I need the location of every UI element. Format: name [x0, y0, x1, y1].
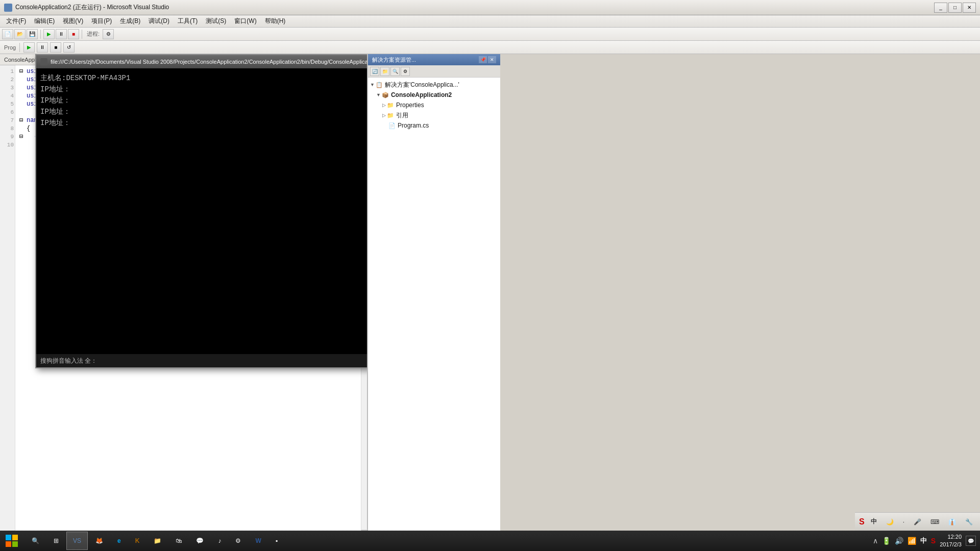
sol-btn-3[interactable]: 🔍	[390, 67, 400, 76]
tray-sogou[interactable]: S	[931, 537, 936, 545]
solution-pin-button[interactable]: 📌	[479, 56, 487, 63]
ime-settings-btn[interactable]: 👔	[945, 517, 959, 527]
debug-sep	[19, 43, 20, 52]
code-panel: ConsoleApplication2 1 2 3 4 5 6 7 8 9 10…	[0, 54, 368, 536]
ime-dot-btn[interactable]: ·	[900, 517, 908, 527]
console-title-text: file:///C:/Users/zjh/Documents/Visual St…	[51, 59, 368, 65]
debug-pause[interactable]: ⏸	[37, 42, 48, 53]
solution-close-button[interactable]: ✕	[488, 56, 496, 63]
ime-moon-btn[interactable]: 🌙	[883, 517, 897, 527]
toolbar-save[interactable]: 💾	[27, 29, 38, 39]
sol-btn-2[interactable]: 📁	[380, 67, 389, 76]
console-line-ip1: IP地址：	[40, 84, 368, 95]
debug-stop[interactable]: ■	[50, 42, 61, 53]
vs-taskbar-icon: VS	[73, 537, 81, 544]
title-bar-controls: _ □ ✕	[934, 3, 976, 13]
menu-debug[interactable]: 调试(D)	[144, 16, 174, 27]
solution-explorer-header: 解决方案资源管... 📌 ✕	[368, 54, 500, 65]
tray-wifi[interactable]: 📶	[908, 537, 916, 545]
taskbar-vs[interactable]: VS	[66, 532, 88, 550]
console-window-icon	[40, 58, 47, 65]
menu-test[interactable]: 测试(S)	[202, 16, 230, 27]
main-toolbar: 📄 📂 💾 ▶ ⏸ ■ 进程: ⚙	[0, 28, 980, 41]
tray-arrow[interactable]: ∧	[873, 537, 878, 545]
taskbar-taskview[interactable]: ⊞	[47, 532, 65, 550]
tree-project[interactable]: ▼ 📦 ConsoleApplication2	[370, 90, 498, 100]
ime-label: 搜狗拼音输入法 全：	[40, 357, 97, 365]
references-expand-icon: ▷	[382, 111, 386, 120]
menu-file[interactable]: 文件(F)	[2, 16, 30, 27]
tray-time-value: 12:20	[940, 533, 962, 541]
console-title-left: file:///C:/Users/zjh/Documents/Visual St…	[40, 58, 368, 65]
win-sq-2	[12, 535, 18, 540]
close-button[interactable]: ✕	[963, 3, 976, 13]
toolbar-open[interactable]: 📂	[14, 29, 26, 39]
line-indicator-3	[19, 84, 27, 92]
main-area: ConsoleApplication2 1 2 3 4 5 6 7 8 9 10…	[0, 54, 980, 536]
sol-btn-4[interactable]: ⚙	[401, 67, 410, 76]
win-sq-4	[12, 541, 18, 547]
notification-center[interactable]: 💬	[966, 536, 976, 546]
tray-battery[interactable]: 🔋	[882, 537, 891, 545]
taskbar-wechat[interactable]: 💬	[189, 532, 210, 550]
tray-date-value: 2017/2/3	[940, 541, 962, 548]
ime-mic-btn[interactable]: 🎤	[911, 517, 924, 527]
sol-btn-1[interactable]: 🔄	[370, 67, 379, 76]
taskbar-edge[interactable]: e	[111, 532, 128, 550]
menu-edit[interactable]: 编辑(E)	[30, 16, 59, 27]
music-icon: ♪	[218, 537, 221, 544]
menu-bar: 文件(F) 编辑(E) 视图(V) 项目(P) 生成(B) 调试(D) 工具(T…	[0, 15, 980, 28]
ime-tool-btn[interactable]: 🔧	[962, 517, 976, 527]
edge-icon: e	[117, 537, 121, 544]
taskbar-keyin[interactable]: K	[129, 532, 146, 550]
tree-references[interactable]: ▷ 📁 引用	[370, 110, 498, 120]
tray-volume[interactable]: 🔊	[895, 537, 903, 545]
minimize-button[interactable]: _	[934, 3, 947, 13]
menu-view[interactable]: 视图(V)	[59, 16, 87, 27]
taskbar-store[interactable]: 🛍	[169, 532, 188, 550]
toolbar-btn-3[interactable]: ⚙	[103, 29, 114, 39]
taskbar-explorer[interactable]: 📁	[147, 532, 168, 550]
menu-tools[interactable]: 工具(T)	[174, 16, 202, 27]
ime-keyboard-btn[interactable]: ⌨	[927, 517, 942, 527]
line-indicator-9: ⊟	[19, 133, 27, 141]
toolbar-stop[interactable]: ■	[68, 29, 79, 39]
console-line-ip3: IP地址：	[40, 106, 368, 117]
tree-program-cs[interactable]: 📄 Program.cs	[370, 120, 498, 131]
title-bar: ConsoleApplication2 (正在运行) - Microsoft V…	[0, 0, 980, 15]
maximize-button[interactable]: □	[948, 3, 962, 13]
tray-ime-cn[interactable]: 中	[920, 536, 927, 545]
start-button[interactable]	[0, 531, 23, 551]
solution-icon: 📋	[376, 80, 383, 89]
taskbar-app2[interactable]: ▪	[269, 532, 284, 550]
prog-label: Prog	[4, 44, 16, 51]
references-label: 引用	[396, 111, 408, 120]
debug-restart[interactable]: ↺	[63, 42, 75, 53]
ime-cn-btn[interactable]: 中	[868, 516, 880, 527]
console-body[interactable]: 主机名:DESKTOP-MFA43P1 IP地址： IP地址： IP地址： IP…	[36, 68, 368, 354]
console-ime-bar: 搜狗拼音输入法 全：	[36, 354, 368, 367]
menu-project[interactable]: 项目(P)	[87, 16, 116, 27]
taskbar-word[interactable]: W	[249, 532, 267, 550]
taskbar-music[interactable]: ♪	[211, 532, 228, 550]
taskbar-firefox[interactable]: 🦊	[89, 532, 110, 550]
solution-panel-buttons: 📌 ✕	[479, 56, 496, 63]
toolbar-run[interactable]: ▶	[43, 29, 55, 39]
tray-clock[interactable]: 12:20 2017/2/3	[940, 533, 962, 548]
properties-expand-icon: ▷	[382, 101, 386, 110]
menu-window[interactable]: 窗口(W)	[230, 16, 260, 27]
toolbar-new[interactable]: 📄	[2, 29, 13, 39]
console-line-hostname: 主机名:DESKTOP-MFA43P1	[40, 72, 368, 84]
win-sq-3	[6, 541, 11, 547]
solution-label: 解决方案'ConsoleApplica...'	[385, 80, 459, 89]
menu-build[interactable]: 生成(B)	[116, 16, 144, 27]
taskbar-app1[interactable]: ⚙	[229, 532, 248, 550]
tree-properties[interactable]: ▷ 📁 Properties	[370, 100, 498, 110]
taskbar-search[interactable]: 🔍	[25, 532, 46, 550]
keyin-icon: K	[135, 537, 140, 544]
debug-continue[interactable]: ▶	[23, 42, 35, 53]
tree-solution[interactable]: ▼ 📋 解决方案'ConsoleApplica...'	[370, 80, 498, 90]
solution-toolbar: 🔄 📁 🔍 ⚙	[368, 65, 500, 78]
toolbar-pause[interactable]: ⏸	[56, 29, 67, 39]
menu-help[interactable]: 帮助(H)	[261, 16, 290, 27]
